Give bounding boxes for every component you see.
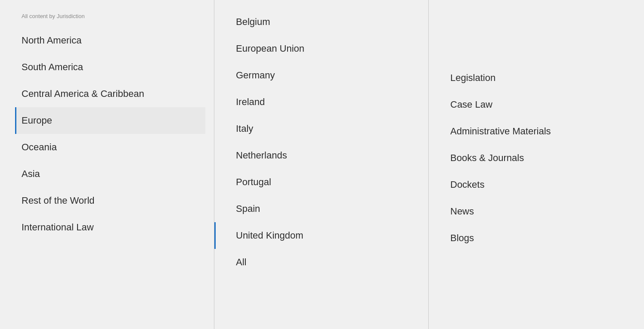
content-type-books-journals[interactable]: Books & Journals bbox=[450, 145, 635, 171]
country-item-belgium[interactable]: Belgium bbox=[236, 9, 420, 35]
content-type-news[interactable]: News bbox=[450, 198, 635, 225]
content-type-dockets[interactable]: Dockets bbox=[450, 171, 635, 198]
content-type-legislation[interactable]: Legislation bbox=[450, 65, 635, 91]
content-type-case-law[interactable]: Case Law bbox=[450, 91, 635, 118]
content-type-administrative-materials[interactable]: Administrative Materials bbox=[450, 118, 635, 145]
sidebar-item-europe[interactable]: Europe bbox=[15, 107, 205, 134]
content-types-column: Legislation Case Law Administrative Mate… bbox=[429, 0, 644, 329]
sidebar-item-international-law[interactable]: International Law bbox=[22, 214, 205, 241]
country-item-united-kingdom[interactable]: United Kingdom bbox=[214, 222, 420, 249]
section-label: All content by Jurisdiction bbox=[22, 13, 205, 19]
country-item-european-union[interactable]: European Union bbox=[236, 35, 420, 62]
sidebar-item-south-america[interactable]: South America bbox=[22, 54, 205, 81]
country-item-portugal[interactable]: Portugal bbox=[236, 169, 420, 196]
sidebar-item-north-america[interactable]: North America bbox=[22, 27, 205, 54]
sidebar-item-asia[interactable]: Asia bbox=[22, 161, 205, 187]
countries-column: Belgium European Union Germany Ireland I… bbox=[214, 0, 429, 329]
country-item-all[interactable]: All bbox=[236, 249, 420, 276]
regions-column: All content by Jurisdiction North Americ… bbox=[0, 0, 214, 329]
country-item-ireland[interactable]: Ireland bbox=[236, 89, 420, 115]
content-type-blogs[interactable]: Blogs bbox=[450, 225, 635, 251]
sidebar-item-rest-of-world[interactable]: Rest of the World bbox=[22, 187, 205, 214]
jurisdiction-menu: All content by Jurisdiction North Americ… bbox=[0, 0, 644, 329]
sidebar-item-oceania[interactable]: Oceania bbox=[22, 134, 205, 161]
country-item-germany[interactable]: Germany bbox=[236, 62, 420, 89]
country-item-netherlands[interactable]: Netherlands bbox=[236, 142, 420, 169]
country-item-spain[interactable]: Spain bbox=[236, 196, 420, 222]
country-item-italy[interactable]: Italy bbox=[236, 115, 420, 142]
sidebar-item-central-america[interactable]: Central America & Caribbean bbox=[22, 81, 205, 107]
